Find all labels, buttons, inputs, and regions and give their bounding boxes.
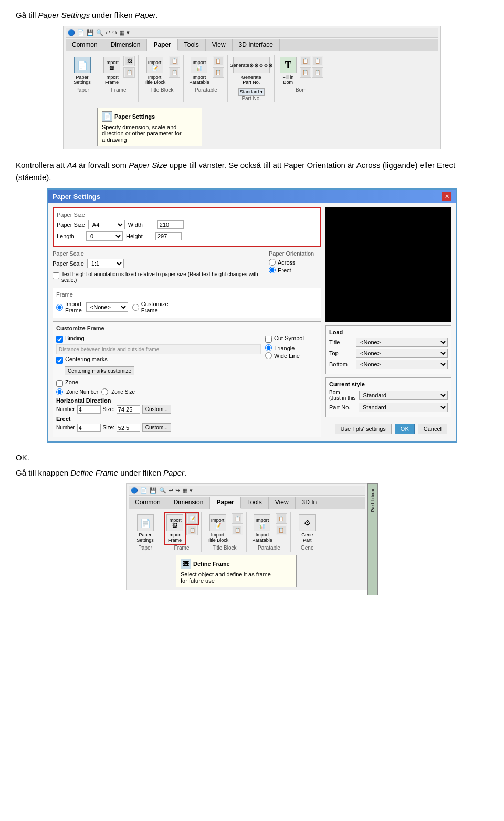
frame-btn-1[interactable]: 🖼 [123,56,135,66]
tab-3d-interface[interactable]: 3D Interface [233,39,280,51]
ribbon2-titleblock-btn-2[interactable]: 📋 [232,525,243,535]
ribbon2-tab-view[interactable]: View [269,497,296,509]
ribbon-body: 📄 PaperSettings Paper Import 🖼 ImportFra… [66,54,438,103]
bottom-load-select[interactable]: <None> [356,360,448,369]
ribbon2-paratable-btn-1[interactable]: 📋 [276,513,287,524]
fill-in-bom-btn[interactable]: T Fill inBom [279,56,298,86]
ribbon2-tab-3d[interactable]: 3D In [296,497,324,509]
import-frame-radio[interactable] [56,304,63,311]
title-load-select[interactable]: <None> [356,338,448,347]
customize-frame-label: CustomizeFrame [141,301,169,313]
across-radio-row: Across [269,259,321,266]
ribbon2-tab-tools[interactable]: Tools [241,497,269,509]
cancel-button[interactable]: Cancel [418,424,447,434]
group-label-titleblock: Title Block [150,87,174,93]
ribbon2-paper-settings-btn[interactable]: 📄 PaperSettings [135,513,155,544]
ribbon-group-titleblock: Import 📝 ImportTitle Block 📋 📋 Title Blo… [140,55,184,102]
ribbon2-tab-dimension[interactable]: Dimension [167,497,211,509]
partno-style-select[interactable]: Standard [359,403,448,412]
import-titleblock-btn[interactable]: Import 📝 ImportTitle Block [143,56,166,86]
paper-settings-btn[interactable]: 📄 PaperSettings [72,56,92,86]
horizontal-dir-label: Horizontal Direction [56,397,261,404]
ribbon2-body: 📄 PaperSettings Paper Import 🖼 [129,511,365,553]
binding-checkbox[interactable] [56,336,63,343]
horiz-size-input[interactable] [117,405,140,414]
erect-number-input[interactable] [77,424,101,432]
triangle-radio[interactable] [265,344,272,351]
tab-paper[interactable]: Paper [147,39,177,51]
centering-marks-customize-btn[interactable]: Centering marks customize [65,366,134,375]
bom-style-select[interactable]: Standard [359,391,448,400]
ribbon2-frame-btn-2[interactable]: 📋 [186,525,198,535]
across-radio[interactable] [269,259,276,266]
paper-size-select[interactable]: A4 [88,220,125,229]
zone-checkbox[interactable] [56,380,63,387]
binding-label: Binding [65,335,85,341]
zone-number-radio[interactable] [56,388,63,395]
ribbon2-paratable-btn-2[interactable]: 📋 [276,525,287,535]
paper-scale-col: Paper Scale Paper Scale 1:1 Text height … [52,250,265,285]
ribbon2-frame-btn-1[interactable]: 📝 [186,513,198,524]
tab-view[interactable]: View [206,39,233,51]
define-frame-i1: Define Frame [70,468,118,477]
import-frame-btn[interactable]: Import 🖼 ImportFrame [102,56,121,86]
frame-btn-2[interactable]: 📋 [123,67,135,78]
tab-tools[interactable]: Tools [178,39,206,51]
generate-partno-btn[interactable]: Generate ⚙⚙⚙⚙⚙ GeneratePart No. [232,56,271,86]
text-height-checkbox[interactable] [52,272,59,279]
customize-frame-radio[interactable] [132,304,139,311]
paratable-btn-1[interactable]: 📋 [213,56,224,66]
group-label-partno: Part No. [242,96,261,101]
horiz-size-label-text: Size: [103,406,114,412]
part-library-sidebar[interactable]: Part Librar [368,483,378,595]
ribbon2-import-titleblock-btn[interactable]: Import 📝 ImportTitle Block [206,513,229,544]
paper-size-section-label: Paper Size [57,212,317,218]
horiz-number-input[interactable] [77,405,101,414]
cut-symbol-checkbox[interactable] [265,336,272,343]
paper-orientation-col: Paper Orientation Across Erect [269,250,321,285]
ribbon2-import-frame-btn[interactable]: Import 🖼 ImportFrame [165,513,184,544]
ribbon2-titleblock-btn-1[interactable]: 📋 [232,513,243,524]
ribbon-tabs: Common Dimension Paper Tools View 3D Int… [66,39,438,51]
tooltip-paper-settings: 📄 Paper Settings Specify dimension, scal… [97,108,202,146]
ribbon2-tab-paper[interactable]: Paper [210,497,240,509]
bom-btn-4[interactable]: 📋 [312,67,323,78]
intro-text: Gå till Paper Settings under fliken Pape… [16,10,488,19]
bom-btn-2[interactable]: 📋 [312,56,323,66]
top-load-select[interactable]: <None> [356,349,448,358]
width-input[interactable] [158,220,184,229]
erect-custom-btn[interactable]: Custom... [142,423,171,432]
erect-size-label-text: Size: [103,425,114,430]
height-input[interactable] [155,232,182,240]
frame-select[interactable]: <None> [86,302,128,312]
paratable-btn-2[interactable]: 📋 [213,67,224,78]
bom-btn-1[interactable]: 📋 [300,56,311,66]
bom-btn-3[interactable]: 📋 [300,67,311,78]
tab-dimension[interactable]: Dimension [104,39,148,51]
titleblock-btn-1[interactable]: 📋 [169,56,180,66]
ribbon2-import-paratable-btn[interactable]: Import 📊 ImportParatable [251,513,274,544]
paper-scale-select[interactable]: 1:1 [87,259,124,268]
width-label: Width [128,222,154,228]
dialog-close-btn[interactable]: ✕ [442,192,452,201]
import-paratable-btn[interactable]: Import 📊 ImportParatable [188,56,211,86]
ribbon2-gene-btn[interactable]: ⚙ GenePart [298,513,317,544]
bom-style-label: Bom(Just in this [329,390,356,401]
horiz-custom-btn[interactable]: Custom... [142,405,171,414]
length-select[interactable]: 0 [86,231,123,241]
body-t1: Kontrollera att [16,161,67,170]
bottom-load-row: Bottom <None> [329,360,448,369]
ok-button[interactable]: OK [395,424,415,434]
centering-marks-checkbox[interactable] [56,357,63,364]
text-height-checkbox-row: Text height of annotation is fixed relat… [52,271,265,283]
use-tpls-btn[interactable]: Use Tpls' settings [335,424,392,434]
titleblock-btn-2[interactable]: 📋 [169,67,180,78]
tab-common[interactable]: Common [66,39,104,51]
erect-size-input[interactable] [117,424,140,432]
current-style-title: Current style [329,381,448,387]
ribbon2-tab-common[interactable]: Common [129,497,167,509]
ribbon2-screenshot: 🔵📄💾🔍↩↪▦▾ Common Dimension Paper Tools Vi… [126,483,368,590]
erect-radio[interactable] [269,267,276,273]
wide-line-radio[interactable] [265,352,272,359]
zone-size-radio[interactable] [101,388,108,395]
